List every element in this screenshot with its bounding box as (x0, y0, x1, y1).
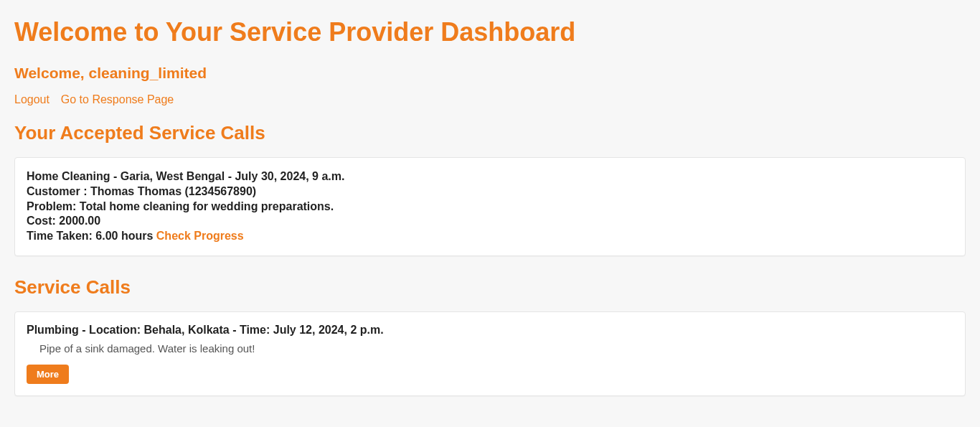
accepted-call-time: Time Taken: 6.00 hours Check Progress (27, 229, 953, 244)
service-calls-section-title: Service Calls (14, 276, 966, 299)
service-call-card: Plumbing - Location: Behala, Kolkata - T… (14, 311, 966, 396)
accepted-call-card: Home Cleaning - Garia, West Bengal - Jul… (14, 157, 966, 256)
welcome-user: Welcome, cleaning_limited (14, 65, 966, 82)
welcome-prefix: Welcome, (14, 65, 88, 81)
customer-value: Thomas Thomas (1234567890) (90, 185, 256, 197)
accepted-call-problem: Problem: Total home cleaning for wedding… (27, 200, 953, 215)
check-progress-link[interactable]: Check Progress (156, 230, 244, 242)
time-value: 6.00 hours (95, 230, 153, 242)
accepted-section-title: Your Accepted Service Calls (14, 122, 966, 144)
accepted-call-customer: Customer : Thomas Thomas (1234567890) (27, 184, 953, 200)
accepted-call-line1: Home Cleaning - Garia, West Bengal - Jul… (27, 169, 953, 184)
service-call-description: Pipe of a sink damaged. Water is leaking… (39, 342, 953, 355)
cost-value: 2000.00 (59, 215, 100, 227)
logout-link[interactable]: Logout (14, 93, 50, 105)
response-page-link[interactable]: Go to Response Page (61, 93, 174, 105)
more-button[interactable]: More (27, 365, 69, 384)
service-call-title: Plumbing - Location: Behala, Kolkata - T… (27, 324, 953, 337)
page-title: Welcome to Your Service Provider Dashboa… (14, 17, 966, 47)
customer-label: Customer : (27, 185, 90, 197)
problem-label: Problem: (27, 200, 80, 212)
problem-value: Total home cleaning for wedding preparat… (80, 200, 334, 212)
accepted-call-cost: Cost: 2000.00 (27, 214, 953, 229)
time-label: Time Taken: (27, 230, 95, 242)
nav-links: Logout Go to Response Page (14, 93, 966, 106)
cost-label: Cost: (27, 215, 59, 227)
username: cleaning_limited (88, 65, 207, 81)
